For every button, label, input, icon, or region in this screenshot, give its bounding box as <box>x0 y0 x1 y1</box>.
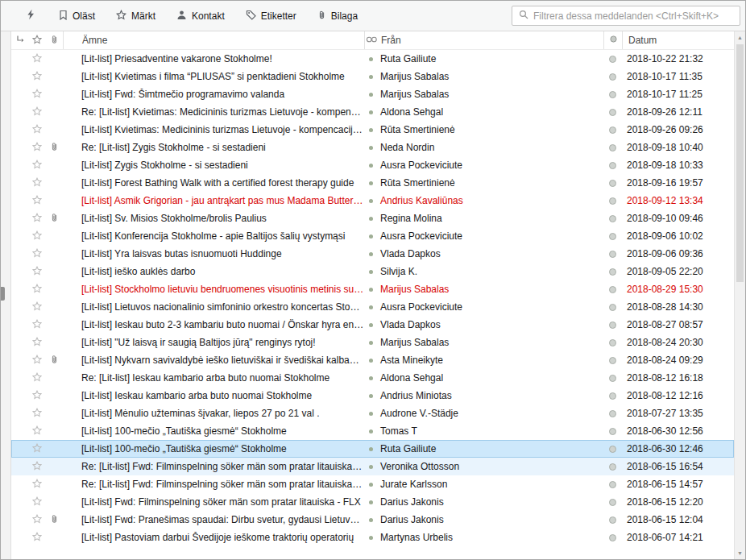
attachment-cell <box>45 479 63 491</box>
star-toggle[interactable] <box>29 53 45 65</box>
message-row[interactable]: [Lit-list] Nykvarn savivaldybė ieško lie… <box>11 351 734 369</box>
star-toggle[interactable] <box>29 106 45 118</box>
message-row[interactable]: [Lit-list] Zygis Stokholme - si sestadie… <box>11 156 734 174</box>
message-row[interactable]: [Lit-list] Yra laisvas butas isnuomuoti … <box>11 245 734 263</box>
message-from: Marijus Sabalas <box>377 337 603 348</box>
message-date: 2018-10-22 21:32 <box>621 53 734 64</box>
message-row[interactable]: [Lit-list] Asmik Grigorian - jau antrąka… <box>11 192 734 209</box>
message-row[interactable]: [Lit-list] Stockholmo lietuviu bendruome… <box>11 280 734 298</box>
message-row[interactable]: Re: [Lit-list] Fwd: Filminspelning söker… <box>11 475 734 493</box>
message-date: 2018-08-12 12:16 <box>621 390 734 401</box>
read-status-icon <box>609 197 616 205</box>
message-row[interactable]: Re: [Lit-list] Kvietimas: Medicininis tu… <box>11 103 734 121</box>
message-row[interactable]: [Lit-list] Fwd: Pranešimas spaudai: Dirb… <box>11 511 734 529</box>
filter-unread-button[interactable]: Oläst <box>49 6 105 27</box>
attachment-cell <box>45 248 63 260</box>
star-toggle[interactable] <box>29 319 45 331</box>
message-row[interactable]: [Lit-list] 100-mečio „Tautiška giesmė“ S… <box>11 440 734 458</box>
message-row[interactable]: Re: [Lit-list] Fwd: Filminspelning söker… <box>11 458 734 475</box>
star-toggle[interactable] <box>29 355 45 367</box>
star-toggle[interactable] <box>29 284 45 296</box>
correspondents-column-header[interactable] <box>365 31 378 49</box>
star-toggle[interactable] <box>29 408 45 420</box>
message-row[interactable]: Re: [Lit-list] Ieskau kambario arba buto… <box>11 369 734 387</box>
star-toggle[interactable] <box>29 89 45 101</box>
message-row[interactable]: [Lit-list] Kvietimas i filma “PLIUSAS” s… <box>11 68 734 85</box>
read-status-icon <box>609 251 616 258</box>
star-icon <box>32 284 42 296</box>
scrollbar-down-arrow[interactable]: ▼ <box>735 548 745 558</box>
folder-pane-splitter[interactable] <box>1 31 11 559</box>
search-input[interactable] <box>533 10 733 22</box>
message-row[interactable]: [Lit-list] Kvietimas: Medicininis turizm… <box>11 121 734 139</box>
date-column-header[interactable]: Datum <box>623 31 734 49</box>
star-toggle[interactable] <box>29 195 45 207</box>
filter-contact-button[interactable]: Kontakt <box>167 6 234 27</box>
star-toggle[interactable] <box>29 479 45 491</box>
correspondent-cell <box>364 518 377 522</box>
message-subject: [Lit-list] Pastoviam darbui Švedijoje ie… <box>63 532 364 543</box>
star-toggle[interactable] <box>29 496 45 508</box>
message-row[interactable]: [Lit-list] 100-mečio „Tautiška giesmė“ S… <box>11 422 734 440</box>
star-toggle[interactable] <box>29 461 45 473</box>
star-toggle[interactable] <box>29 532 45 544</box>
message-row[interactable]: [Lit-list] Fwd: Šimtmečio programavimo v… <box>11 85 734 103</box>
message-row[interactable]: Re: [Lit-list] Zygis Stokholme - si sest… <box>11 139 734 156</box>
filter-attachment-button[interactable]: Bilaga <box>308 6 367 27</box>
message-row[interactable]: [Lit-list] Ieskau buto 2-3 kambariu buto… <box>11 316 734 334</box>
star-toggle[interactable] <box>29 514 45 526</box>
star-toggle[interactable] <box>29 71 45 83</box>
from-column-header[interactable]: Från <box>378 31 604 49</box>
star-toggle[interactable] <box>29 390 45 402</box>
message-from: Ausra Pockeviciute <box>377 160 603 171</box>
star-toggle[interactable] <box>29 248 45 260</box>
message-date: 2018-09-06 10:02 <box>621 230 734 242</box>
star-toggle[interactable] <box>29 266 45 278</box>
read-status-icon <box>609 56 616 63</box>
message-subject: [Lit-list] Kvietimas: Medicininis turizm… <box>63 124 364 135</box>
search-icon <box>519 10 528 22</box>
filter-starred-button[interactable]: Märkt <box>106 6 165 27</box>
message-row[interactable]: [Lit-list] Sv. Misios Stokholme/brolis P… <box>11 209 734 227</box>
read-cell <box>603 516 621 524</box>
message-row[interactable]: [Lit-list] Priesadventine vakarone Stokh… <box>11 50 734 68</box>
star-toggle[interactable] <box>29 124 45 136</box>
message-row[interactable]: [Lit-list] Lietuvos nacionalinio simfoni… <box>11 298 734 316</box>
star-toggle[interactable] <box>29 337 45 349</box>
star-toggle[interactable] <box>29 213 45 225</box>
filter-contact-label: Kontakt <box>192 10 225 22</box>
message-row[interactable]: [Lit-list] ieško auklės darbo Silvija K.… <box>11 263 734 280</box>
star-toggle[interactable] <box>29 372 45 384</box>
star-column-header[interactable] <box>29 31 45 49</box>
star-toggle[interactable] <box>29 230 45 243</box>
message-row[interactable]: [Lit-list] Mėnulio užteminas šįvakar, li… <box>11 404 734 422</box>
scrollbar-up-arrow[interactable]: ▲ <box>735 32 745 43</box>
message-row[interactable]: [Lit-list] Pastoviam darbui Švedijoje ie… <box>11 529 734 546</box>
thread-column-header[interactable] <box>11 31 29 49</box>
subject-column-header[interactable]: Ämne <box>64 31 365 49</box>
message-row[interactable]: [Lit-list] Forest Bathing Walk with a ce… <box>11 174 734 192</box>
read-cell <box>603 481 621 488</box>
star-toggle[interactable] <box>29 142 45 154</box>
star-toggle[interactable] <box>29 301 45 313</box>
vertical-scrollbar[interactable]: ▲ ▼ <box>734 31 745 559</box>
star-toggle[interactable] <box>29 177 45 189</box>
message-from: Vlada Dapkos <box>377 248 603 259</box>
message-row[interactable]: [Lit-list] Fwd: Filminspelning söker män… <box>11 493 734 511</box>
scrollbar-thumb[interactable] <box>736 44 744 282</box>
message-row[interactable]: [Lit-list] Konferencija Stokholme - apie… <box>11 227 734 245</box>
star-toggle[interactable] <box>29 443 45 455</box>
message-date: 2018-09-26 12:11 <box>621 106 734 118</box>
message-date: 2018-09-12 13:34 <box>621 195 734 206</box>
star-toggle[interactable] <box>29 160 45 172</box>
filter-tags-button[interactable]: Etiketter <box>236 6 306 27</box>
star-toggle[interactable] <box>29 425 45 438</box>
message-row[interactable]: [Lit-list] "Už laisvą ir saugią Baltijos… <box>11 334 734 351</box>
quick-filter-search-box[interactable] <box>512 6 740 26</box>
attachment-icon <box>50 514 59 526</box>
quick-filter-sticky-button[interactable] <box>19 6 43 27</box>
read-column-header[interactable] <box>604 31 623 49</box>
message-row[interactable]: [Lit-list] Ieskau kambario arba buto nuo… <box>11 387 734 404</box>
attachment-column-header[interactable] <box>45 31 64 49</box>
splitter-grip[interactable] <box>1 287 5 301</box>
